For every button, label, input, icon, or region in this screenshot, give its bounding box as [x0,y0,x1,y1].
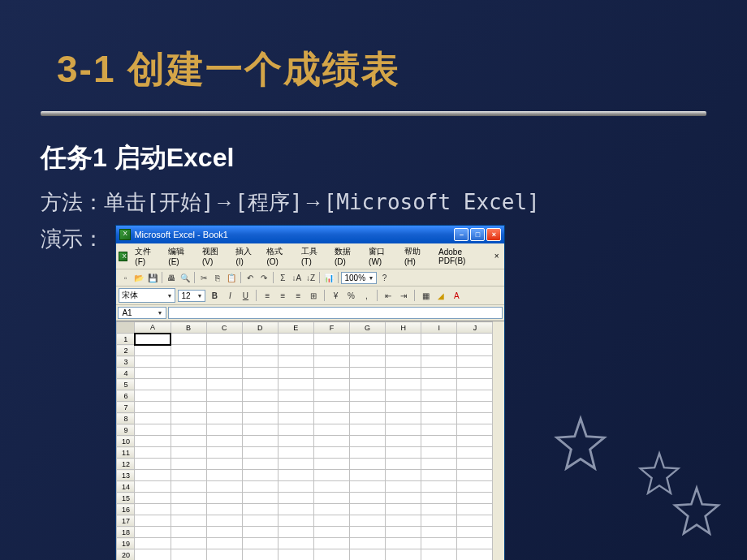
cell[interactable] [135,436,171,447]
cell[interactable] [386,345,421,356]
redo-icon[interactable]: ↷ [257,271,270,284]
cell[interactable] [135,549,171,561]
cell[interactable] [313,413,349,424]
bold-icon[interactable]: B [208,289,221,302]
cut-icon[interactable]: ✂ [197,271,210,284]
cell[interactable] [421,504,457,515]
cell[interactable] [135,447,171,459]
cell[interactable] [421,515,457,527]
undo-icon[interactable]: ↶ [244,271,257,284]
cell[interactable] [313,515,349,527]
cell[interactable] [350,356,386,368]
cell[interactable] [242,413,278,424]
cell[interactable] [171,493,206,504]
cell[interactable] [421,493,457,504]
row-header[interactable]: 20 [117,549,135,561]
cell[interactable] [278,436,313,447]
cell[interactable] [242,549,278,561]
cell[interactable] [206,459,242,470]
row-header[interactable]: 10 [117,436,135,447]
cell[interactable] [206,402,242,413]
cell[interactable] [313,368,349,379]
font-size-select[interactable]: 12 ▼ [178,290,205,302]
column-header[interactable]: C [206,322,242,334]
cell[interactable] [278,470,313,481]
cell[interactable] [421,459,457,470]
cell[interactable] [457,459,493,470]
open-icon[interactable]: 📂 [132,271,145,284]
cell[interactable] [457,402,493,413]
cell[interactable] [206,356,242,368]
name-box[interactable]: A1 ▼ [118,307,166,319]
cell[interactable] [313,538,349,549]
cell[interactable] [350,504,386,515]
cell[interactable] [350,481,386,493]
cell[interactable] [171,356,206,368]
cell[interactable] [242,470,278,481]
cell[interactable] [386,390,421,402]
cell[interactable] [242,402,278,413]
cell[interactable] [421,538,457,549]
cell[interactable] [171,470,206,481]
cell[interactable] [313,334,349,345]
cell[interactable] [386,459,421,470]
cell[interactable] [278,493,313,504]
cell[interactable] [313,549,349,561]
cell[interactable] [421,413,457,424]
row-header[interactable]: 1 [117,334,135,345]
cell[interactable] [135,504,171,515]
cell[interactable] [421,379,457,390]
cell[interactable] [171,368,206,379]
cell[interactable] [421,356,457,368]
cell[interactable] [386,538,421,549]
row-header[interactable]: 5 [117,379,135,390]
cell[interactable] [457,504,493,515]
sum-icon[interactable]: Σ [276,271,289,284]
cell[interactable] [135,379,171,390]
cell[interactable] [242,515,278,527]
select-all-corner[interactable] [117,322,135,334]
cell[interactable] [386,447,421,459]
menu-tools[interactable]: 工具(T) [297,245,329,267]
row-header[interactable]: 16 [117,504,135,515]
cell[interactable] [421,436,457,447]
menu-view[interactable]: 视图(V) [198,245,231,267]
maximize-button[interactable]: □ [470,228,485,241]
cell[interactable] [457,538,493,549]
cell[interactable] [206,334,242,345]
vertical-scrollbar[interactable] [493,321,504,560]
percent-icon[interactable]: % [344,289,357,302]
column-header[interactable]: H [386,322,421,334]
spreadsheet-grid[interactable]: ABCDEFGHIJ123456789101112131415161718192… [116,321,493,560]
cell[interactable] [386,402,421,413]
cell[interactable] [242,379,278,390]
cell[interactable] [457,515,493,527]
cell[interactable] [171,345,206,356]
italic-icon[interactable]: I [223,289,236,302]
cell[interactable] [386,436,421,447]
cell[interactable] [278,527,313,538]
cell[interactable] [278,390,313,402]
cell[interactable] [135,493,171,504]
merge-icon[interactable]: ⊞ [307,289,320,302]
help-icon[interactable]: ? [378,271,391,284]
row-header[interactable]: 14 [117,481,135,493]
cell[interactable] [171,379,206,390]
cell[interactable] [278,538,313,549]
row-header[interactable]: 2 [117,345,135,356]
formula-input[interactable] [168,307,503,319]
cell[interactable] [457,527,493,538]
cell[interactable] [171,538,206,549]
chart-icon[interactable]: 📊 [322,271,335,284]
cell[interactable] [457,493,493,504]
cell[interactable] [135,413,171,424]
cell[interactable] [242,527,278,538]
cell[interactable] [386,515,421,527]
cell[interactable] [242,390,278,402]
cell[interactable] [421,334,457,345]
cell[interactable] [135,470,171,481]
window-titlebar[interactable]: Microsoft Excel - Book1 – □ × [116,226,504,243]
cell[interactable] [242,493,278,504]
cell[interactable] [313,345,349,356]
cell[interactable] [171,527,206,538]
